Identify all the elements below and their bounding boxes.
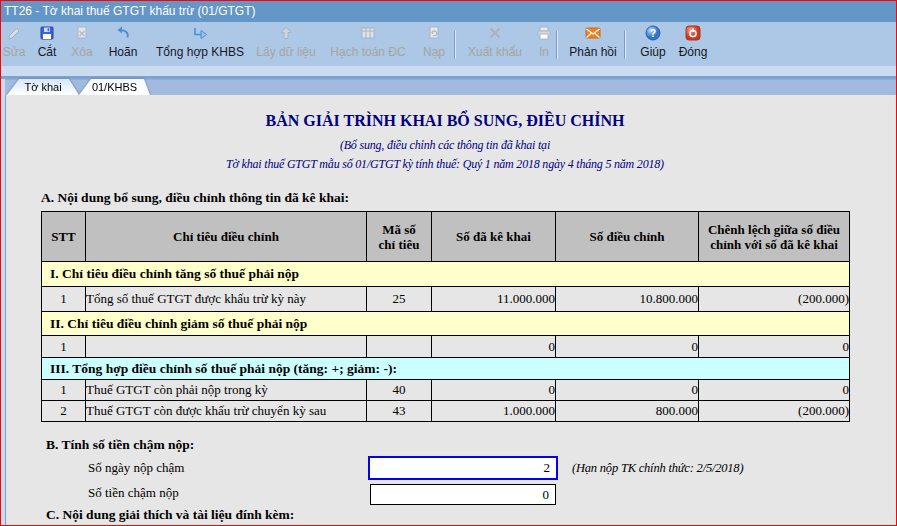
- feedback-icon: [565, 25, 621, 41]
- load-icon: [418, 25, 450, 41]
- col-header-chi-tieu: Chỉ tiêu điều chỉnh: [86, 212, 367, 262]
- help-icon: ?: [635, 25, 671, 41]
- save-icon: [33, 25, 61, 41]
- window-title: TT26 - Tờ khai thuế GTGT khấu trừ (01/GT…: [4, 4, 256, 18]
- print-icon: [533, 25, 555, 41]
- toolbar-button-dong[interactable]: Đóng: [675, 25, 711, 59]
- form-subtitle-line1: (Bổ sung, điều chỉnh các thông tin đã kh…: [41, 138, 849, 153]
- col-header-so-da-ke-khai: Số đã kê khai: [432, 212, 556, 262]
- section-row-i: I. Chỉ tiêu điều chỉnh tăng số thuế phải…: [42, 262, 850, 287]
- late-days-input[interactable]: [368, 456, 558, 480]
- toolbar-button-hach-toan-dc[interactable]: Hạch toán ĐC: [327, 25, 409, 59]
- toolbar-separator: [556, 31, 558, 59]
- toolbar-button-phan-hoi[interactable]: Phản hồi: [565, 25, 621, 59]
- svg-text:?: ?: [650, 28, 656, 39]
- toolbar-button-xoa[interactable]: Xóa: [67, 25, 97, 59]
- tab-01-khbs[interactable]: 01/KHBS: [79, 79, 150, 95]
- table-row: 2 Thuế GTGT còn được khấu trừ chuyển kỳ …: [42, 401, 850, 422]
- toolbar-button-giup[interactable]: ? Giúp: [635, 25, 671, 59]
- col-header-chenh-lech: Chênh lệch giữa số điều chỉnh với số đã …: [699, 212, 850, 262]
- col-header-ma-so: Mã số chỉ tiêu: [367, 212, 432, 262]
- table-header-row: STT Chỉ tiêu điều chỉnh Mã số chỉ tiêu S…: [42, 212, 850, 262]
- edit-icon: [1, 25, 27, 41]
- window-titlebar: TT26 - Tờ khai thuế GTGT khấu trừ (01/GT…: [1, 1, 896, 22]
- section-row-iii: III. Tổng hợp điều chỉnh số thuế phải nộ…: [42, 358, 850, 380]
- toolbar-separator: [624, 31, 626, 59]
- undo-icon: [104, 25, 142, 41]
- toolbar-button-cat[interactable]: Cắt: [33, 25, 61, 59]
- toolbar-button-sua[interactable]: Sửa: [1, 25, 27, 59]
- late-amount-input[interactable]: [370, 484, 556, 505]
- table-row: 1 Tổng số thuế GTGT được khấu trừ kỳ này…: [42, 287, 850, 312]
- section-c-label: C. Nội dung giải thích và tài liệu đính …: [46, 507, 294, 523]
- tab-strip: Tờ khai 01/KHBS: [1, 79, 896, 95]
- section-row-ii: II. Chỉ tiêu điều chỉnh giảm số thuế phả…: [42, 312, 850, 336]
- accounting-adjust-icon: [327, 25, 409, 41]
- fetch-data-icon: [252, 25, 320, 41]
- form-subtitle-line2: Tờ khai thuế GTGT mẫu số 01/GTGT kỳ tính…: [41, 157, 849, 172]
- late-days-label: Số ngày nộp chậm: [88, 460, 184, 476]
- toolbar-separator: [454, 31, 456, 59]
- export-icon: [463, 25, 527, 41]
- toolbar-button-nap[interactable]: Nạp: [418, 25, 450, 59]
- form-title: BẢN GIẢI TRÌNH KHAI BỔ SUNG, ĐIỀU CHỈNH: [41, 112, 849, 130]
- close-icon: [675, 25, 711, 41]
- col-header-stt: STT: [42, 212, 86, 262]
- app-window: TT26 - Tờ khai thuế GTGT khấu trừ (01/GT…: [0, 0, 897, 526]
- toolbar-button-hoan[interactable]: Hoãn: [104, 25, 142, 59]
- tab-to-khai[interactable]: Tờ khai: [7, 79, 79, 95]
- table-row: 1 Thuế GTGT còn phải nộp trong kỳ 40 0 0…: [42, 380, 850, 401]
- toolbar: Sửa Cắt Xóa Hoãn Tổng hợp KHBS Lấy dữ li…: [1, 22, 896, 79]
- form-content: BẢN GIẢI TRÌNH KHAI BỔ SUNG, ĐIỀU CHỈNH …: [1, 95, 896, 525]
- toolbar-button-in[interactable]: In: [533, 25, 555, 59]
- toolbar-button-lay-du-lieu[interactable]: Lấy dữ liệu: [252, 25, 320, 59]
- table-row: 1 0 0 0: [42, 336, 850, 358]
- adjustment-table: STT Chỉ tiêu điều chỉnh Mã số chỉ tiêu S…: [41, 211, 850, 422]
- toolbar-button-tong-hop-khbs[interactable]: Tổng hợp KHBS: [153, 25, 247, 59]
- col-header-so-dieu-chinh: Số điều chỉnh: [556, 212, 699, 262]
- window-left-border-line: [5, 95, 6, 525]
- section-a-label: A. Nội dung bổ sung, điều chỉnh thông ti…: [41, 190, 349, 206]
- toolbar-button-xuat-khau[interactable]: Xuất khẩu: [463, 25, 527, 59]
- delete-icon: [67, 25, 97, 41]
- late-amount-label: Số tiền chậm nộp: [88, 485, 179, 501]
- section-b-label: B. Tính số tiền chậm nộp:: [46, 437, 194, 453]
- deadline-note: (Hạn nộp TK chính thức: 2/5/2018): [572, 461, 743, 476]
- aggregate-khbs-icon: [153, 25, 247, 41]
